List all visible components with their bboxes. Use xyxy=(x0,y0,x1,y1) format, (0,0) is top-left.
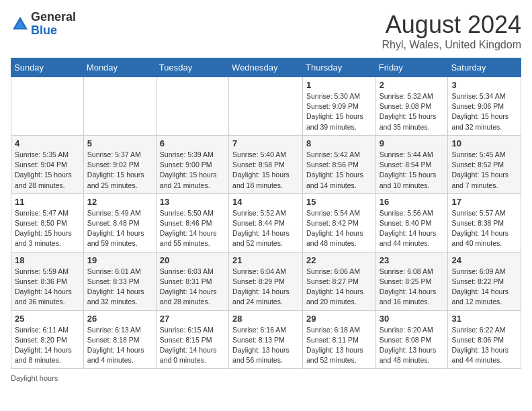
logo-text: General Blue xyxy=(31,11,76,38)
calendar-table: SundayMondayTuesdayWednesdayThursdayFrid… xyxy=(11,58,521,369)
day-number: 18 xyxy=(15,255,80,265)
calendar-cell: 6Sunrise: 5:39 AM Sunset: 9:00 PM Daylig… xyxy=(156,135,228,193)
day-info: Sunrise: 5:30 AM Sunset: 9:09 PM Dayligh… xyxy=(306,91,372,132)
day-number: 21 xyxy=(232,255,299,265)
calendar-cell: 13Sunrise: 5:50 AM Sunset: 8:46 PM Dayli… xyxy=(156,193,228,252)
day-number: 2 xyxy=(380,80,445,90)
day-number: 27 xyxy=(160,314,225,324)
day-number: 30 xyxy=(380,314,445,324)
day-header-monday: Monday xyxy=(83,58,156,77)
day-number: 26 xyxy=(87,314,152,324)
day-number: 20 xyxy=(160,255,225,265)
calendar-cell: 7Sunrise: 5:40 AM Sunset: 8:58 PM Daylig… xyxy=(229,135,303,193)
page-header: General Blue August 2024 Rhyl, Wales, Un… xyxy=(11,11,521,51)
day-number: 14 xyxy=(232,197,299,207)
week-row-3: 11Sunrise: 5:47 AM Sunset: 8:50 PM Dayli… xyxy=(11,193,521,252)
calendar-cell: 1Sunrise: 5:30 AM Sunset: 9:09 PM Daylig… xyxy=(303,77,376,136)
day-header-wednesday: Wednesday xyxy=(229,58,303,77)
day-number: 1 xyxy=(306,80,372,90)
week-row-2: 4Sunrise: 5:35 AM Sunset: 9:04 PM Daylig… xyxy=(11,135,521,193)
calendar-cell xyxy=(83,77,156,136)
day-number: 19 xyxy=(87,255,152,265)
calendar-cell: 23Sunrise: 6:08 AM Sunset: 8:25 PM Dayli… xyxy=(375,252,448,310)
day-info: Sunrise: 6:03 AM Sunset: 8:31 PM Dayligh… xyxy=(160,267,225,308)
day-info: Sunrise: 5:54 AM Sunset: 8:42 PM Dayligh… xyxy=(306,208,372,249)
day-info: Sunrise: 6:13 AM Sunset: 8:18 PM Dayligh… xyxy=(87,325,152,366)
calendar-cell: 22Sunrise: 6:06 AM Sunset: 8:27 PM Dayli… xyxy=(303,252,376,310)
day-header-sunday: Sunday xyxy=(11,58,84,77)
location: Rhyl, Wales, United Kingdom xyxy=(382,39,522,51)
day-info: Sunrise: 6:16 AM Sunset: 8:13 PM Dayligh… xyxy=(232,325,299,366)
day-info: Sunrise: 5:34 AM Sunset: 9:06 PM Dayligh… xyxy=(451,91,517,132)
calendar-cell: 28Sunrise: 6:16 AM Sunset: 8:13 PM Dayli… xyxy=(229,310,303,369)
day-number: 5 xyxy=(87,138,152,148)
calendar-cell: 18Sunrise: 5:59 AM Sunset: 8:36 PM Dayli… xyxy=(11,252,84,310)
day-number: 4 xyxy=(15,138,80,148)
calendar-cell: 5Sunrise: 5:37 AM Sunset: 9:02 PM Daylig… xyxy=(83,135,156,193)
calendar-cell xyxy=(229,77,303,136)
day-header-friday: Friday xyxy=(375,58,448,77)
day-info: Sunrise: 5:57 AM Sunset: 8:38 PM Dayligh… xyxy=(451,208,517,249)
day-info: Sunrise: 6:08 AM Sunset: 8:25 PM Dayligh… xyxy=(380,267,445,308)
day-number: 13 xyxy=(160,197,225,207)
calendar-cell: 15Sunrise: 5:54 AM Sunset: 8:42 PM Dayli… xyxy=(303,193,376,252)
calendar-cell: 8Sunrise: 5:42 AM Sunset: 8:56 PM Daylig… xyxy=(303,135,376,193)
calendar-cell: 20Sunrise: 6:03 AM Sunset: 8:31 PM Dayli… xyxy=(156,252,228,310)
calendar-cell: 21Sunrise: 6:04 AM Sunset: 8:29 PM Dayli… xyxy=(229,252,303,310)
calendar-cell xyxy=(11,77,84,136)
day-number: 15 xyxy=(306,197,372,207)
day-number: 11 xyxy=(15,197,80,207)
day-header-tuesday: Tuesday xyxy=(156,58,228,77)
logo-icon xyxy=(11,15,30,34)
day-info: Sunrise: 5:59 AM Sunset: 8:36 PM Dayligh… xyxy=(15,267,80,308)
week-row-4: 18Sunrise: 5:59 AM Sunset: 8:36 PM Dayli… xyxy=(11,252,521,310)
day-info: Sunrise: 6:11 AM Sunset: 8:20 PM Dayligh… xyxy=(15,325,80,366)
calendar-cell: 19Sunrise: 6:01 AM Sunset: 8:33 PM Dayli… xyxy=(83,252,156,310)
calendar-cell: 14Sunrise: 5:52 AM Sunset: 8:44 PM Dayli… xyxy=(229,193,303,252)
day-info: Sunrise: 5:47 AM Sunset: 8:50 PM Dayligh… xyxy=(15,208,80,249)
day-info: Sunrise: 6:04 AM Sunset: 8:29 PM Dayligh… xyxy=(232,267,299,308)
day-info: Sunrise: 5:50 AM Sunset: 8:46 PM Dayligh… xyxy=(160,208,225,249)
day-info: Sunrise: 6:15 AM Sunset: 8:15 PM Dayligh… xyxy=(160,325,225,366)
logo-general: General xyxy=(31,10,76,24)
day-number: 7 xyxy=(232,138,299,148)
calendar-cell xyxy=(156,77,228,136)
day-header-thursday: Thursday xyxy=(303,58,376,77)
calendar-cell: 25Sunrise: 6:11 AM Sunset: 8:20 PM Dayli… xyxy=(11,310,84,369)
day-number: 22 xyxy=(306,255,372,265)
day-number: 12 xyxy=(87,197,152,207)
day-info: Sunrise: 5:35 AM Sunset: 9:04 PM Dayligh… xyxy=(15,150,80,191)
day-info: Sunrise: 5:44 AM Sunset: 8:54 PM Dayligh… xyxy=(380,150,445,191)
calendar-cell: 24Sunrise: 6:09 AM Sunset: 8:22 PM Dayli… xyxy=(448,252,521,310)
calendar-cell: 17Sunrise: 5:57 AM Sunset: 8:38 PM Dayli… xyxy=(448,193,521,252)
footer-label: Daylight hours xyxy=(11,374,58,382)
calendar-cell: 16Sunrise: 5:56 AM Sunset: 8:40 PM Dayli… xyxy=(375,193,448,252)
calendar-cell: 12Sunrise: 5:49 AM Sunset: 8:48 PM Dayli… xyxy=(83,193,156,252)
week-row-5: 25Sunrise: 6:11 AM Sunset: 8:20 PM Dayli… xyxy=(11,310,521,369)
day-info: Sunrise: 6:18 AM Sunset: 8:11 PM Dayligh… xyxy=(306,325,372,366)
calendar-cell: 31Sunrise: 6:22 AM Sunset: 8:06 PM Dayli… xyxy=(448,310,521,369)
calendar-cell: 4Sunrise: 5:35 AM Sunset: 9:04 PM Daylig… xyxy=(11,135,84,193)
day-info: Sunrise: 5:42 AM Sunset: 8:56 PM Dayligh… xyxy=(306,150,372,191)
day-info: Sunrise: 5:32 AM Sunset: 9:08 PM Dayligh… xyxy=(380,91,445,132)
calendar-footer: Daylight hours xyxy=(11,374,521,382)
day-header-saturday: Saturday xyxy=(448,58,521,77)
day-number: 28 xyxy=(232,314,299,324)
logo-blue: Blue xyxy=(31,24,57,37)
day-number: 25 xyxy=(15,314,80,324)
day-number: 24 xyxy=(451,255,517,265)
day-number: 10 xyxy=(451,138,517,148)
day-number: 9 xyxy=(380,138,445,148)
calendar-cell: 3Sunrise: 5:34 AM Sunset: 9:06 PM Daylig… xyxy=(448,77,521,136)
week-row-1: 1Sunrise: 5:30 AM Sunset: 9:09 PM Daylig… xyxy=(11,77,521,136)
day-info: Sunrise: 5:56 AM Sunset: 8:40 PM Dayligh… xyxy=(380,208,445,249)
day-info: Sunrise: 6:06 AM Sunset: 8:27 PM Dayligh… xyxy=(306,267,372,308)
day-info: Sunrise: 6:22 AM Sunset: 8:06 PM Dayligh… xyxy=(451,325,517,366)
day-number: 31 xyxy=(451,314,517,324)
title-block: August 2024 Rhyl, Wales, United Kingdom xyxy=(382,11,522,51)
calendar-cell: 29Sunrise: 6:18 AM Sunset: 8:11 PM Dayli… xyxy=(303,310,376,369)
calendar-cell: 11Sunrise: 5:47 AM Sunset: 8:50 PM Dayli… xyxy=(11,193,84,252)
day-number: 29 xyxy=(306,314,372,324)
day-number: 23 xyxy=(380,255,445,265)
month-year: August 2024 xyxy=(382,11,522,39)
